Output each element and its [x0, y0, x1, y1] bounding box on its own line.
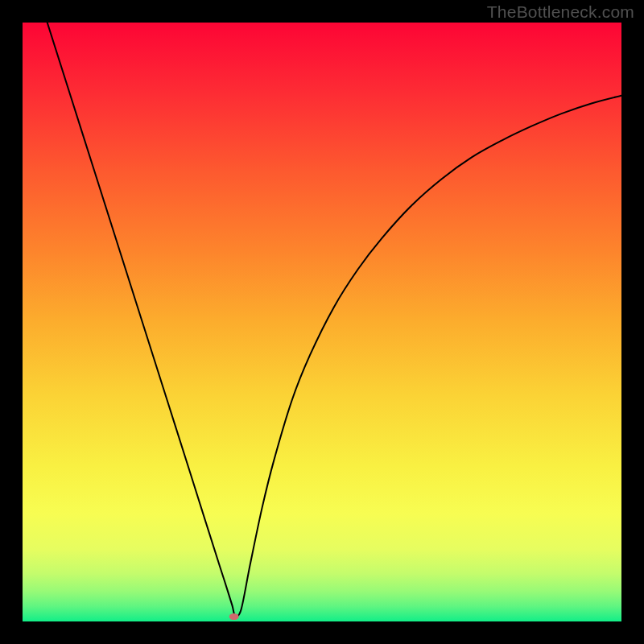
optimum-marker	[229, 613, 239, 620]
chart-frame: TheBottleneck.com	[0, 0, 644, 644]
plot-area	[23, 23, 621, 621]
chart-background-gradient	[23, 23, 621, 621]
chart-svg	[23, 23, 621, 621]
watermark-text: TheBottleneck.com	[487, 2, 634, 22]
